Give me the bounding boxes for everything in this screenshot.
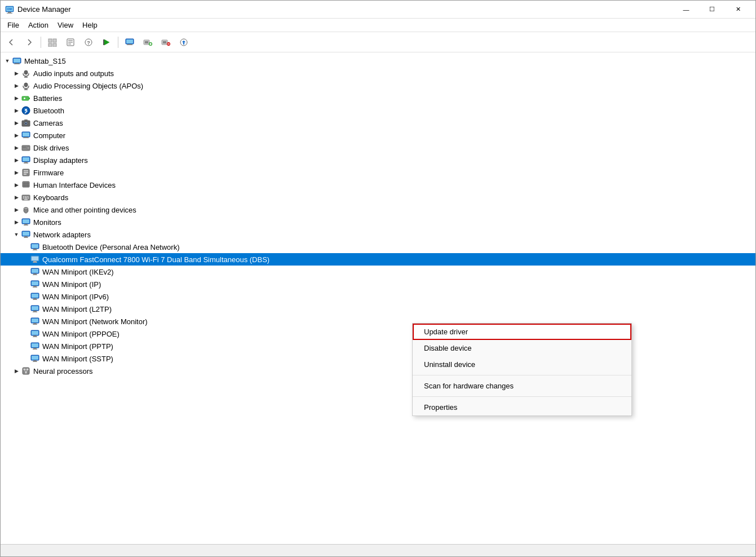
svg-rect-6	[53, 39, 56, 42]
tree-item-neural[interactable]: ▶ Neural processors	[1, 365, 755, 377]
batteries-expand[interactable]: ▶	[12, 94, 21, 103]
bluetooth-expand[interactable]: ▶	[12, 106, 21, 115]
keyboards-expand[interactable]: ▶	[12, 193, 21, 202]
tree-root[interactable]: ▼ Mehtab_S15	[1, 55, 755, 67]
tree-item-wan-ipv6[interactable]: WAN Miniport (IPv6)	[1, 290, 755, 303]
ctx-uninstall-device[interactable]: Uninstall device	[413, 356, 631, 373]
show-hidden-button[interactable]	[44, 34, 61, 50]
svg-rect-60	[24, 162, 28, 163]
svg-rect-91	[24, 237, 28, 238]
tree-item-hid[interactable]: ▶ Human Interface Devices	[1, 179, 755, 191]
ctx-properties[interactable]: Properties	[413, 399, 631, 415]
svg-rect-34	[15, 63, 19, 64]
svg-rect-39	[24, 83, 28, 87]
monitors-expand[interactable]: ▶	[12, 218, 21, 227]
tree-item-wan-pptp[interactable]: WAN Miniport (PPTP)	[1, 340, 755, 352]
properties-toolbar-button[interactable]	[62, 34, 79, 50]
svg-rect-117	[32, 319, 38, 322]
svg-rect-97	[32, 257, 38, 260]
help-toolbar-button[interactable]: ?	[80, 34, 97, 50]
ctx-scan-hardware[interactable]: Scan for hardware changes	[413, 378, 631, 394]
neural-expand[interactable]: ▶	[12, 366, 21, 375]
hid-expand[interactable]: ▶	[12, 180, 21, 189]
context-menu: Update driver Disable device Uninstall d…	[412, 323, 632, 416]
minimize-button[interactable]: —	[673, 1, 699, 19]
tree-item-bt-pan[interactable]: Bluetooth Device (Personal Area Network)	[1, 241, 755, 253]
mice-label: Mice and other pointing devices	[33, 206, 136, 214]
update-driver-button[interactable]	[175, 34, 192, 50]
ctx-update-driver[interactable]: Update driver	[413, 324, 631, 340]
svg-rect-31	[183, 42, 184, 45]
svg-rect-78	[25, 198, 27, 199]
tree-item-wan-sstp[interactable]: WAN Miniport (SSTP)	[1, 352, 755, 365]
network-expand[interactable]: ▼	[12, 230, 21, 239]
tree-item-monitors[interactable]: ▶ Monitors	[1, 216, 755, 228]
tree-item-display[interactable]: ▶ Display adapters	[1, 154, 755, 166]
computer-expand[interactable]: ▶	[12, 131, 21, 140]
svg-rect-65	[24, 174, 26, 175]
cameras-expand[interactable]: ▶	[12, 118, 21, 127]
ctx-separator	[413, 375, 631, 375]
apo-expand[interactable]: ▶	[12, 81, 21, 90]
wan-pptp-expand	[21, 342, 30, 351]
tree-item-wan-netmon[interactable]: WAN Miniport (Network Monitor)	[1, 315, 755, 328]
svg-rect-79	[28, 198, 29, 199]
wan-l2tp-expand	[21, 304, 30, 313]
disk-expand[interactable]: ▶	[12, 143, 21, 152]
svg-rect-130	[33, 360, 37, 361]
menu-view[interactable]: View	[53, 20, 78, 30]
neural-icon	[21, 366, 31, 376]
audio-inputs-icon	[21, 68, 31, 78]
cameras-label: Cameras	[33, 119, 63, 127]
tree-item-bluetooth[interactable]: ▶ Bluetooth	[1, 104, 755, 117]
audio-inputs-expand[interactable]: ▶	[12, 69, 21, 78]
device-tree[interactable]: ▼ Mehtab_S15 ▶	[1, 52, 755, 544]
close-button[interactable]: ✕	[725, 1, 751, 19]
wan-pptp-label: WAN Miniport (PPTP)	[42, 342, 113, 351]
svg-rect-73	[23, 196, 24, 197]
tree-item-wan-l2tp[interactable]: WAN Miniport (L2TP)	[1, 303, 755, 315]
computer-toolbar-button[interactable]	[121, 34, 138, 50]
bluetooth-label: Bluetooth	[33, 107, 64, 115]
tree-item-batteries[interactable]: ▶ Batteries	[1, 92, 755, 104]
svg-rect-77	[23, 198, 24, 199]
main-content: ▼ Mehtab_S15 ▶	[1, 52, 755, 544]
tree-item-apo[interactable]: ▶ Audio Processing Objects (APOs)	[1, 79, 755, 92]
tree-item-wan-ip[interactable]: WAN Miniport (IP)	[1, 278, 755, 290]
run-button[interactable]	[98, 34, 115, 50]
maximize-button[interactable]: ☐	[699, 1, 725, 19]
tree-item-keyboards[interactable]: ▶ Keyboards	[1, 191, 755, 204]
tree-item-disk[interactable]: ▶ Disk drives	[1, 142, 755, 154]
wan-ikev2-expand	[21, 267, 30, 276]
tree-item-audio-inputs[interactable]: ▶ Audio inputs and outputs	[1, 67, 755, 79]
menu-help[interactable]: Help	[78, 20, 102, 30]
tree-item-qualcomm[interactable]: Qualcomm FastConnect 7800 Wi-Fi 7 Dual B…	[1, 253, 755, 266]
forward-button[interactable]	[21, 34, 38, 50]
display-expand[interactable]: ▶	[12, 156, 21, 165]
tree-item-cameras[interactable]: ▶ Cameras	[1, 117, 755, 129]
tree-item-wan-pppoe[interactable]: WAN Miniport (PPPOE)	[1, 328, 755, 340]
add-hardware-button[interactable]	[139, 34, 156, 50]
tree-item-wan-ikev2[interactable]: WAN Miniport (IKEv2)	[1, 266, 755, 278]
svg-rect-75	[26, 196, 28, 197]
toolbar-separator-2	[118, 37, 118, 48]
svg-rect-127	[33, 349, 37, 350]
tree-item-firmware[interactable]: ▶ Firmware	[1, 166, 755, 179]
ctx-disable-device[interactable]: Disable device	[413, 340, 631, 356]
tree-item-network[interactable]: ▼ Network adapters	[1, 228, 755, 241]
remove-hardware-button[interactable]	[157, 34, 174, 50]
root-expand[interactable]: ▼	[3, 56, 12, 65]
svg-rect-107	[33, 287, 37, 288]
menu-file[interactable]: File	[3, 20, 24, 30]
svg-rect-8	[53, 43, 56, 47]
svg-rect-111	[33, 299, 37, 300]
tree-item-mice[interactable]: ▶ Mice and other pointing devices	[1, 204, 755, 216]
network-label: Network adapters	[33, 231, 91, 239]
mice-expand[interactable]: ▶	[12, 205, 21, 214]
svg-rect-18	[126, 39, 133, 43]
menu-action[interactable]: Action	[24, 20, 53, 30]
firmware-expand[interactable]: ▶	[12, 168, 21, 177]
display-label: Display adapters	[33, 156, 88, 165]
back-button[interactable]	[3, 34, 20, 50]
tree-item-computer[interactable]: ▶ Computer	[1, 129, 755, 142]
